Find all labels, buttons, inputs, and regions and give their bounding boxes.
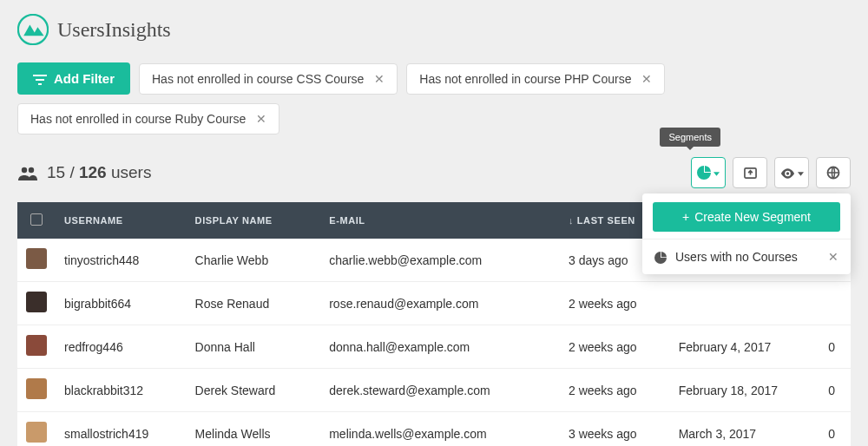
count-total: 126	[79, 163, 107, 181]
cell-username: tinyostrich448	[56, 239, 187, 282]
segments-button[interactable]	[691, 157, 726, 188]
cell-email: rose.renaud@example.com	[320, 282, 560, 325]
cell-last-seen: 2 weeks ago	[560, 325, 670, 369]
segment-item-label: Users with no Courses	[675, 250, 798, 264]
col-display-name[interactable]: DISPLAY NAME	[187, 202, 321, 239]
globe-icon	[826, 166, 840, 180]
select-all-checkbox[interactable]	[30, 213, 43, 226]
segments-tooltip: Segments	[660, 128, 720, 147]
filter-chip-label: Has not enrolled in course Ruby Course	[30, 112, 246, 126]
remove-filter-icon[interactable]: ✕	[374, 72, 385, 86]
add-filter-button[interactable]: Add Filter	[17, 62, 130, 95]
svg-point-4	[22, 167, 27, 173]
remove-filter-icon[interactable]: ✕	[641, 72, 652, 86]
cell-last-seen: 2 weeks ago	[560, 369, 670, 412]
table-row[interactable]: blackrabbit312Derek Stewardderek.steward…	[17, 369, 851, 412]
table-row[interactable]: redfrog446Donna Halldonna.hall@example.c…	[17, 325, 851, 369]
cell-date	[670, 282, 820, 325]
visibility-button[interactable]	[774, 157, 809, 188]
cell-last-seen: 3 weeks ago	[560, 412, 670, 446]
remove-filter-icon[interactable]: ✕	[256, 112, 266, 126]
count-shown: 15	[47, 163, 65, 181]
cell-display-name: Rose Renaud	[187, 282, 321, 325]
plus-icon: +	[682, 210, 689, 224]
cell-email: donna.hall@example.com	[320, 325, 560, 369]
avatar	[26, 335, 47, 356]
globe-button[interactable]	[816, 157, 851, 188]
cell-email: derek.steward@example.com	[320, 369, 560, 412]
user-count: 15 / 126 users	[17, 163, 151, 182]
pie-chart-icon	[654, 250, 667, 264]
export-button[interactable]	[733, 157, 767, 188]
filter-icon	[33, 71, 47, 86]
cell-count: 0	[819, 325, 851, 369]
cell-date: February 4, 2017	[670, 325, 820, 369]
avatar	[26, 292, 47, 312]
filter-chip[interactable]: Has not enrolled in course Ruby Course ✕	[17, 103, 279, 134]
count-suffix: users	[111, 163, 151, 181]
chevron-down-icon	[713, 167, 720, 180]
cell-display-name: Derek Steward	[187, 369, 321, 412]
filter-chip-label: Has not enrolled in course PHP Course	[419, 72, 631, 86]
filter-chip[interactable]: Has not enrolled in course CSS Course ✕	[139, 63, 398, 95]
cell-username: smallostrich419	[56, 412, 187, 446]
svg-rect-2	[36, 79, 44, 81]
logo-icon	[17, 14, 49, 45]
filters-bar: Add Filter Has not enrolled in course CS…	[0, 59, 868, 145]
avatar	[26, 378, 47, 399]
filter-chip-label: Has not enrolled in course CSS Course	[152, 72, 364, 86]
table-row[interactable]: smallostrich419Melinda Wellsmelinda.well…	[17, 412, 851, 446]
stats-bar: 15 / 126 users Segments + Create New Seg…	[0, 145, 868, 197]
cell-last-seen: 2 weeks ago	[560, 282, 670, 325]
cell-email: charlie.webb@example.com	[320, 239, 560, 282]
svg-point-0	[18, 15, 48, 44]
svg-rect-1	[33, 75, 47, 76]
cell-username: redfrog446	[56, 325, 187, 369]
svg-rect-3	[38, 83, 42, 85]
cell-display-name: Melinda Wells	[187, 412, 321, 446]
create-segment-label: Create New Segment	[694, 210, 811, 224]
chevron-down-icon	[798, 167, 804, 180]
segment-item[interactable]: Users with no Courses ✕	[642, 239, 851, 274]
export-icon	[744, 166, 757, 180]
avatar	[26, 422, 47, 443]
cell-username: bigrabbit664	[56, 282, 187, 325]
pie-chart-icon	[697, 166, 711, 180]
cell-display-name: Charlie Webb	[187, 239, 321, 282]
col-email[interactable]: E-MAIL	[320, 202, 560, 239]
filter-chip[interactable]: Has not enrolled in course PHP Course ✕	[406, 63, 665, 95]
cell-date: March 3, 2017	[670, 412, 820, 446]
col-username[interactable]: USERNAME	[56, 202, 187, 239]
svg-point-5	[29, 167, 34, 173]
avatar	[26, 248, 47, 269]
eye-icon	[780, 167, 795, 180]
cell-count: 0	[819, 369, 851, 412]
cell-display-name: Donna Hall	[187, 325, 321, 369]
cell-count: 0	[819, 412, 851, 446]
cell-count	[819, 282, 851, 325]
toolbar: Segments + Create New Segment Users	[691, 157, 851, 188]
cell-email: melinda.wells@example.com	[320, 412, 560, 446]
cell-date: February 18, 2017	[670, 369, 820, 412]
svg-point-7	[786, 172, 788, 174]
add-filter-label: Add Filter	[54, 71, 115, 86]
table-row[interactable]: bigrabbit664Rose Renaudrose.renaud@examp…	[17, 282, 851, 325]
create-segment-button[interactable]: + Create New Segment	[653, 202, 840, 232]
segments-dropdown: + Create New Segment Users with no Cours…	[642, 193, 851, 274]
delete-segment-icon[interactable]: ✕	[828, 250, 838, 264]
brand-name: UsersInsights	[57, 18, 171, 42]
app-header: UsersInsights	[0, 0, 868, 59]
users-group-icon	[17, 163, 38, 182]
cell-username: blackrabbit312	[56, 369, 187, 412]
